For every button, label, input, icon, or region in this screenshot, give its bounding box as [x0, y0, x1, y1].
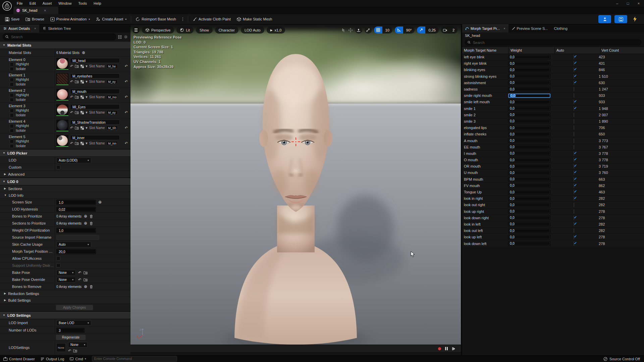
create-asset-button[interactable]: Create Asset ▾ [93, 14, 129, 24]
dropdown[interactable]: Auto (LOD0)▾ [56, 158, 91, 163]
checkbox[interactable] [10, 82, 14, 86]
morph-target-row[interactable]: look in left0,0282 [462, 221, 644, 228]
search-box[interactable] [3, 34, 116, 40]
menu-edit[interactable]: Edit [26, 0, 39, 7]
morph-target-row[interactable]: smile 30,01 890 [462, 118, 644, 125]
preview-head-model[interactable] [130, 24, 461, 345]
add-element-icon[interactable]: ⊕ [84, 221, 87, 225]
morph-target-row[interactable]: A mouth0,03 773 [462, 137, 644, 144]
section-header-lod0[interactable]: ▼ LOD 0 [0, 178, 130, 185]
use-selected-asset-icon[interactable]: ↶ [70, 126, 73, 130]
expander-reduction-settings[interactable]: ▶ Reduction Settings [0, 290, 130, 297]
console-command-input[interactable] [92, 356, 177, 362]
auto-checkbox[interactable] [574, 138, 574, 143]
morph-target-row[interactable]: look out right0,0282 [462, 202, 644, 208]
lod-import-dropdown[interactable]: Base LOD ▾ [56, 320, 91, 326]
material-thumbnail[interactable] [56, 104, 68, 116]
expander-lod-info[interactable]: ▼ LOD Info [0, 192, 130, 199]
regenerate-button[interactable]: Regenerate [56, 335, 86, 340]
browse-button[interactable]: Browse [22, 14, 47, 24]
section-header-lod-picker[interactable]: ▼ LOD Picker [0, 149, 130, 157]
slot-name-field[interactable]: M_ey [106, 110, 118, 115]
morph-weight-field[interactable]: 0,0 [508, 100, 550, 104]
morph-weight-field[interactable]: 0,0 [508, 190, 550, 194]
lod-auto-button[interactable]: LOD Auto [241, 26, 264, 34]
morph-weight-field[interactable]: 0,0 [508, 209, 550, 214]
lodsettings-asset-thumbnail[interactable]: None [56, 343, 66, 352]
auto-checkbox[interactable] [574, 228, 574, 233]
morph-target-row[interactable]: smile right mouth0,0933 [462, 93, 644, 99]
morph-weight-field[interactable]: 0,0 [508, 119, 550, 123]
asset-tab-sk-head[interactable]: SK_head × [13, 7, 58, 14]
add-per-platform-override-icon[interactable]: ⊕ [98, 200, 102, 204]
material-name-dropdown[interactable]: MI_Eyes [70, 104, 120, 109]
save-button[interactable]: Save [2, 14, 22, 24]
morph-weight-field[interactable]: 0,0 [508, 126, 550, 130]
material-options-icon[interactable] [80, 80, 84, 83]
slot-name-field[interactable]: M_ey [106, 79, 118, 84]
number-field[interactable]: 20,0 [56, 249, 96, 254]
morph-weight-field[interactable]: 0,0 [508, 183, 550, 188]
morph-table-header[interactable]: Morph Target Name Weight Auto Vert Count [462, 47, 644, 54]
morph-target-row[interactable]: elongated lips0,0706 [462, 125, 644, 131]
asset-dropdown[interactable]: None▾ [56, 270, 76, 276]
checkbox[interactable] [10, 67, 14, 71]
use-selected-asset-icon[interactable]: ↶ [68, 348, 71, 353]
morph-weight-field[interactable]: 0,0 [508, 177, 550, 181]
morph-weight-field[interactable]: 0,0 [508, 68, 550, 72]
chevron-down-icon[interactable]: ▾ [86, 126, 88, 130]
material-name-dropdown[interactable]: M_mouth [70, 89, 120, 94]
material-options-icon[interactable] [80, 111, 84, 114]
content-drawer-button[interactable]: Content Drawer [3, 357, 38, 361]
browse-to-asset-icon[interactable] [75, 141, 79, 145]
checkbox[interactable] [56, 165, 60, 169]
browse-to-asset-icon[interactable] [75, 64, 79, 68]
column-header-vert-count[interactable]: Vert Count [600, 47, 644, 54]
use-selected-asset-icon[interactable]: ↶ [78, 278, 81, 282]
morph-weight-field[interactable]: 0,0 [508, 158, 550, 162]
morph-weight-field[interactable]: 0,0 [508, 222, 550, 226]
morph-target-row[interactable]: look down left0,0278 [462, 240, 644, 247]
morph-target-row[interactable]: O mouth0,03 778 [462, 157, 644, 163]
maximize-button[interactable]: □ [623, 0, 633, 7]
camera-speed-control[interactable]: 2 [441, 26, 458, 34]
cmd-selector[interactable]: Cmd ▾ [70, 357, 89, 361]
chevron-down-icon[interactable]: ▾ [86, 95, 88, 99]
slot-name-field[interactable]: M_he [106, 64, 118, 68]
column-header-weight[interactable]: Weight [508, 47, 554, 54]
morph-target-row[interactable]: strong blinking eyes0,01 510 [462, 73, 644, 80]
material-options-icon[interactable] [80, 126, 84, 130]
tab-clothing[interactable]: Clothing [551, 24, 570, 33]
checkbox[interactable] [10, 113, 14, 117]
lightning-icon-button[interactable] [631, 15, 639, 23]
auto-checkbox[interactable] [574, 241, 574, 246]
auto-checkbox[interactable] [574, 119, 574, 124]
auto-checkbox[interactable] [574, 55, 574, 59]
morph-target-row[interactable]: left eye blink0,0423 [462, 54, 644, 60]
viewport-menu-button[interactable] [132, 26, 140, 34]
text-field[interactable] [56, 235, 99, 240]
morph-target-row[interactable]: EE mouth0,03 767 [462, 144, 644, 150]
bone-tool-icon[interactable] [365, 26, 372, 34]
source-control-status[interactable]: Source Control Off [603, 357, 640, 361]
material-thumbnail[interactable] [56, 135, 68, 147]
slot-name-field[interactable]: M_mo [106, 95, 118, 99]
checkbox[interactable] [10, 62, 14, 66]
add-element-icon[interactable]: ⊕ [84, 214, 87, 218]
morph-search-input[interactable] [472, 40, 639, 45]
morph-target-row[interactable]: look out left0,0282 [462, 228, 644, 234]
delete-all-elements-icon[interactable] [90, 285, 93, 289]
auto-checkbox[interactable] [574, 164, 574, 169]
reset-to-default-icon[interactable]: ↶ [125, 95, 128, 99]
tab-close-icon[interactable]: × [44, 9, 46, 12]
tab-asset-details[interactable]: Asset Details × [0, 24, 39, 33]
auto-checkbox[interactable] [574, 222, 574, 227]
auto-checkbox[interactable] [574, 132, 574, 136]
select-tool-icon[interactable] [341, 28, 346, 33]
tab-close-icon[interactable]: × [34, 27, 36, 30]
auto-checkbox[interactable] [574, 87, 574, 92]
auto-checkbox[interactable] [574, 196, 574, 201]
morph-search-box[interactable] [465, 40, 641, 45]
lodsettings-dropdown[interactable]: None ▾ [68, 342, 88, 348]
view-options-icon[interactable] [118, 35, 122, 39]
